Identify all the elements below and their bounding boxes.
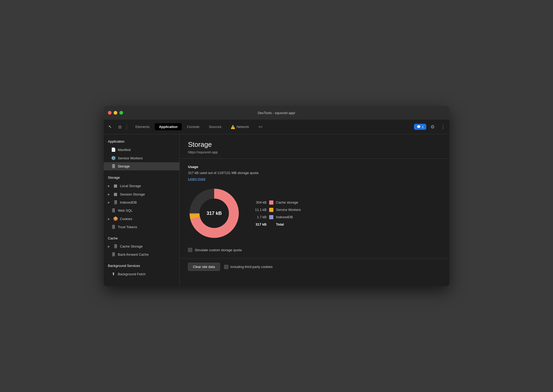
service-workers-icon: ⚙️ bbox=[111, 156, 116, 160]
legend-idb-label: IndexedDB bbox=[276, 215, 293, 219]
tab-network[interactable]: ⚠️ Network bbox=[226, 123, 253, 131]
session-storage-arrow-icon: ▶ bbox=[108, 193, 111, 196]
legend-cache-label: Cache storage bbox=[276, 200, 298, 204]
manifest-icon: 📄 bbox=[111, 147, 116, 152]
traffic-lights bbox=[108, 111, 123, 115]
simulate-row: Simulate custom storage quota bbox=[188, 248, 441, 252]
network-warning-icon: ⚠️ bbox=[231, 125, 235, 129]
sidebar: Application 📄 Manifest ⚙️ Service Worker… bbox=[104, 134, 180, 286]
content-body: Usage 317 kB used out of 1197131 MB stor… bbox=[180, 159, 449, 258]
legend-idb-value: 1.7 kB bbox=[253, 215, 267, 219]
sidebar-item-background-fetch[interactable]: ⬆ Background Fetch bbox=[104, 270, 179, 278]
tab-bar: ↖ ⊡ Elements Application Console Sources… bbox=[104, 120, 449, 134]
sidebar-item-local-storage-label: Local Storage bbox=[120, 184, 141, 188]
background-fetch-icon: ⬆ bbox=[111, 272, 116, 276]
minimize-button[interactable] bbox=[114, 111, 117, 115]
legend-cache-color bbox=[269, 200, 273, 205]
tab-application[interactable]: Application bbox=[155, 123, 182, 130]
indexeddb-arrow-icon: ▶ bbox=[108, 201, 111, 204]
content-footer: Clear site data including third-party co… bbox=[180, 258, 449, 275]
learn-more-link[interactable]: Learn more bbox=[188, 177, 205, 181]
tab-elements[interactable]: Elements bbox=[131, 123, 154, 130]
sidebar-section-cache: Cache bbox=[104, 231, 179, 242]
window-title: DevTools - squoosh.app/ bbox=[258, 111, 295, 115]
legend-cache-value: 304 kB bbox=[253, 200, 267, 204]
simulate-quota-checkbox[interactable] bbox=[188, 248, 192, 252]
sidebar-item-trust-tokens-label: Trust Tokens bbox=[118, 225, 137, 229]
third-party-row: including third-party cookies bbox=[224, 265, 273, 269]
third-party-checkbox[interactable] bbox=[224, 265, 228, 269]
toolbar-divider bbox=[127, 123, 127, 131]
more-options-button[interactable]: ⋮ bbox=[439, 123, 447, 131]
donut-chart: 317 kB bbox=[188, 187, 240, 239]
legend-item-indexeddb: 1.7 kB IndexedDB bbox=[253, 215, 301, 219]
settings-button[interactable]: ⚙ bbox=[428, 123, 437, 131]
legend-sw-color bbox=[269, 208, 273, 212]
usage-label: Usage bbox=[188, 165, 441, 169]
tab-sources[interactable]: Sources bbox=[205, 123, 226, 130]
sidebar-item-storage[interactable]: 🗄 Storage bbox=[104, 162, 179, 170]
sidebar-item-cookies-label: Cookies bbox=[120, 217, 132, 221]
sidebar-item-storage-label: Storage bbox=[118, 164, 130, 168]
chart-area: 317 kB 304 kB Cache storage 11.1 kB Serv… bbox=[188, 187, 441, 239]
sidebar-item-indexeddb-label: IndexedDB bbox=[120, 200, 137, 204]
sidebar-item-manifest-label: Manifest bbox=[118, 148, 131, 152]
sidebar-item-session-storage-label: Session Storage bbox=[120, 192, 145, 196]
page-url: https://squoosh.app bbox=[188, 150, 441, 154]
simulate-label: Simulate custom storage quota bbox=[195, 248, 242, 252]
trust-tokens-icon: 🗄 bbox=[111, 225, 116, 229]
sidebar-item-cache-storage[interactable]: ▶ 🗄 Cache Storage bbox=[104, 242, 179, 250]
sidebar-section-storage: Storage bbox=[104, 170, 179, 182]
main-layout: Application 📄 Manifest ⚙️ Service Worker… bbox=[104, 134, 449, 286]
sidebar-item-manifest[interactable]: 📄 Manifest bbox=[104, 145, 179, 154]
storage-icon: 🗄 bbox=[111, 164, 116, 169]
sidebar-item-cookies[interactable]: ▶ 🍪 Cookies bbox=[104, 215, 179, 223]
sidebar-item-back-forward-cache-label: Back-forward Cache bbox=[118, 253, 149, 256]
storage-legend: 304 kB Cache storage 11.1 kB Service Wor… bbox=[253, 200, 301, 226]
sidebar-item-web-sql-label: Web SQL bbox=[118, 209, 132, 212]
sidebar-item-back-forward-cache[interactable]: 🗄 Back-forward Cache bbox=[104, 250, 179, 259]
content-panel: Storage https://squoosh.app Usage 317 kB… bbox=[180, 134, 449, 286]
legend-item-cache-storage: 304 kB Cache storage bbox=[253, 200, 301, 205]
device-toolbar-button[interactable]: ⊡ bbox=[116, 123, 124, 131]
more-tabs-button[interactable]: >> bbox=[254, 123, 267, 130]
cache-storage-arrow-icon: ▶ bbox=[108, 245, 111, 248]
back-forward-cache-icon: 🗄 bbox=[111, 252, 116, 257]
legend-sw-value: 11.1 kB bbox=[253, 208, 267, 212]
sidebar-item-service-workers-label: Service Workers bbox=[118, 156, 143, 160]
toolbar-right: 💬 1 ⚙ ⋮ bbox=[414, 123, 447, 131]
sidebar-item-cache-storage-label: Cache Storage bbox=[120, 244, 143, 248]
tab-console[interactable]: Console bbox=[183, 123, 204, 130]
toolbar-left: ↖ ⊡ bbox=[106, 123, 128, 131]
legend-total-label: Total bbox=[276, 222, 284, 226]
sidebar-item-trust-tokens[interactable]: 🗄 Trust Tokens bbox=[104, 223, 179, 231]
sidebar-item-local-storage[interactable]: ▶ ▦ Local Storage bbox=[104, 182, 179, 190]
maximize-button[interactable] bbox=[119, 111, 123, 115]
sidebar-item-indexeddb[interactable]: ▶ 🗄 IndexedDB bbox=[104, 198, 179, 206]
legend-item-service-workers: 11.1 kB Service Workers bbox=[253, 208, 301, 212]
page-title: Storage bbox=[188, 141, 441, 149]
donut-center-label: 317 kB bbox=[207, 211, 222, 216]
chat-badge-button[interactable]: 💬 1 bbox=[414, 124, 426, 130]
legend-total-row: 317 kB Total bbox=[253, 222, 301, 226]
clear-site-data-button[interactable]: Clear site data bbox=[188, 263, 220, 271]
sidebar-section-application: Application bbox=[104, 134, 179, 145]
legend-idb-color bbox=[269, 215, 273, 219]
usage-text: 317 kB used out of 1197131 MB storage qu… bbox=[188, 171, 441, 175]
sidebar-item-service-workers[interactable]: ⚙️ Service Workers bbox=[104, 154, 179, 162]
cursor-tool-button[interactable]: ↖ bbox=[106, 123, 114, 131]
session-storage-icon: ▦ bbox=[113, 192, 118, 197]
web-sql-icon: 🗄 bbox=[111, 208, 116, 213]
cookies-arrow-icon: ▶ bbox=[108, 217, 111, 220]
cookies-icon: 🍪 bbox=[113, 216, 118, 221]
cache-storage-icon: 🗄 bbox=[113, 244, 118, 249]
devtools-window: DevTools - squoosh.app/ ↖ ⊡ Elements App… bbox=[104, 106, 449, 286]
sidebar-item-web-sql[interactable]: 🗄 Web SQL bbox=[104, 206, 179, 215]
chat-icon: 💬 bbox=[417, 125, 421, 129]
legend-sw-label: Service Workers bbox=[276, 208, 301, 212]
close-button[interactable] bbox=[108, 111, 112, 115]
local-storage-arrow-icon: ▶ bbox=[108, 184, 111, 187]
local-storage-icon: ▦ bbox=[113, 183, 118, 188]
third-party-label: including third-party cookies bbox=[230, 265, 273, 269]
sidebar-item-session-storage[interactable]: ▶ ▦ Session Storage bbox=[104, 190, 179, 198]
